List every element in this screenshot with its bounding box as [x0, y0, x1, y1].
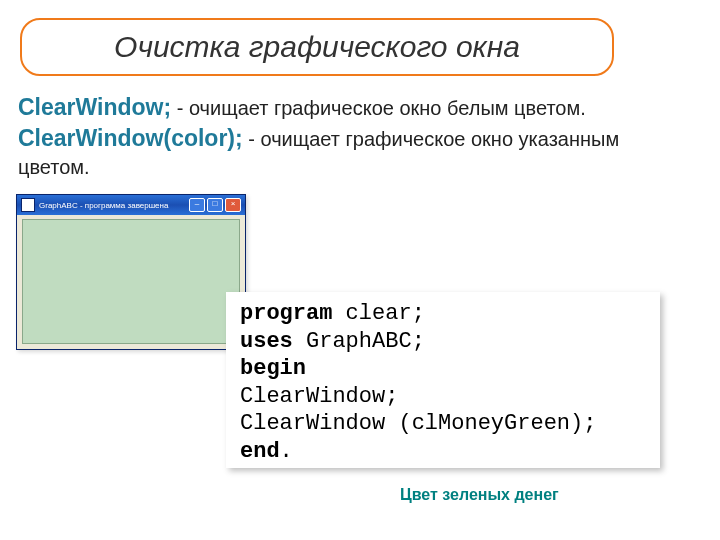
app-icon	[21, 198, 35, 212]
slide: Очистка графического окна ClearWindow; -…	[0, 0, 720, 540]
code-line: begin	[240, 355, 646, 383]
code-line: ClearWindow;	[240, 383, 646, 411]
maximize-button[interactable]: □	[207, 198, 223, 212]
code-line: ClearWindow (clMoneyGreen);	[240, 410, 646, 438]
close-button[interactable]: ×	[225, 198, 241, 212]
graphabc-titlebar: GraphABC - программа завершена – □ ×	[17, 195, 245, 215]
title-pill: Очистка графического окна	[20, 18, 614, 76]
caption-moneygreen: Цвет зеленых денег	[400, 486, 559, 504]
minimize-button[interactable]: –	[189, 198, 205, 212]
graphabc-title: GraphABC - программа завершена	[39, 201, 187, 210]
keyword-clearwindow: ClearWindow;	[18, 94, 171, 120]
code-line: uses GraphABC;	[240, 328, 646, 356]
code-snippet: program clear; uses GraphABC; begin Clea…	[226, 292, 660, 468]
slide-title: Очистка графического окна	[114, 30, 520, 64]
graphabc-canvas	[22, 219, 240, 344]
code-line: end.	[240, 438, 646, 466]
code-line: program clear;	[240, 300, 646, 328]
graphabc-window: GraphABC - программа завершена – □ ×	[16, 194, 246, 350]
desc-text-1: - очищает графическое окно белым цветом.	[177, 97, 586, 119]
description-block: ClearWindow; - очищает графическое окно …	[18, 92, 678, 181]
keyword-clearwindow-color: ClearWindow(color);	[18, 125, 243, 151]
